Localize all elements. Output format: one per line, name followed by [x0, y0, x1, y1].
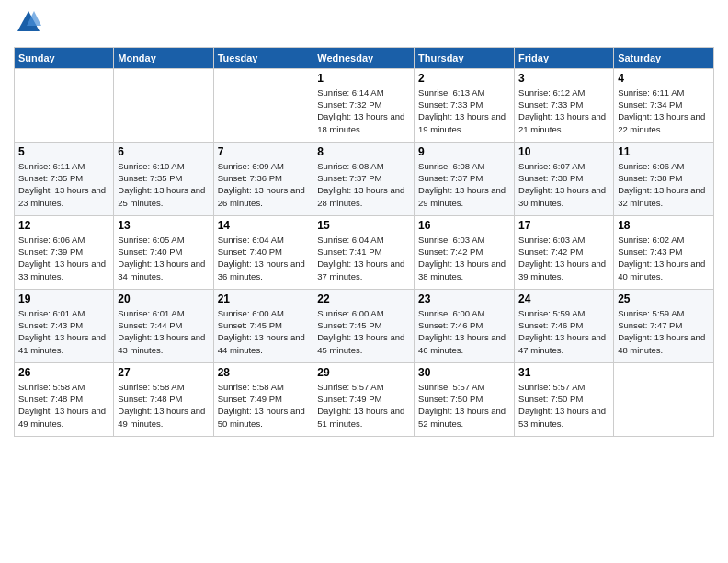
day-number: 27 — [118, 366, 209, 379]
day-info: Sunrise: 5:57 AM Sunset: 7:50 PM Dayligh… — [518, 381, 609, 430]
calendar-cell: 11Sunrise: 6:06 AM Sunset: 7:38 PM Dayli… — [614, 142, 714, 215]
calendar-cell — [213, 68, 313, 142]
day-number: 6 — [118, 145, 209, 158]
calendar-cell: 1Sunrise: 6:14 AM Sunset: 7:32 PM Daylig… — [313, 68, 415, 142]
weekday-header-sunday: Sunday — [15, 47, 114, 68]
calendar-cell: 25Sunrise: 5:59 AM Sunset: 7:47 PM Dayli… — [614, 289, 714, 362]
day-number: 29 — [317, 366, 410, 379]
day-number: 17 — [518, 219, 609, 232]
day-number: 30 — [418, 366, 510, 379]
day-info: Sunrise: 6:01 AM Sunset: 7:44 PM Dayligh… — [118, 307, 209, 356]
calendar-cell: 23Sunrise: 6:00 AM Sunset: 7:46 PM Dayli… — [415, 289, 515, 362]
day-number: 5 — [18, 145, 109, 158]
day-number: 15 — [317, 219, 410, 232]
day-number: 28 — [218, 366, 310, 379]
day-info: Sunrise: 6:03 AM Sunset: 7:42 PM Dayligh… — [418, 234, 510, 282]
day-number: 31 — [518, 366, 609, 379]
calendar-cell: 24Sunrise: 5:59 AM Sunset: 7:46 PM Dayli… — [515, 289, 614, 362]
calendar-cell — [15, 68, 114, 142]
day-number: 16 — [418, 219, 510, 232]
calendar-cell: 8Sunrise: 6:08 AM Sunset: 7:37 PM Daylig… — [313, 142, 415, 215]
day-info: Sunrise: 6:14 AM Sunset: 7:32 PM Dayligh… — [317, 86, 410, 135]
day-info: Sunrise: 5:59 AM Sunset: 7:47 PM Dayligh… — [618, 307, 710, 356]
calendar-cell: 20Sunrise: 6:01 AM Sunset: 7:44 PM Dayli… — [114, 289, 213, 362]
day-number: 12 — [18, 219, 109, 232]
day-number: 8 — [317, 145, 410, 158]
day-number: 19 — [18, 293, 109, 305]
calendar-cell: 6Sunrise: 6:10 AM Sunset: 7:35 PM Daylig… — [114, 142, 213, 215]
day-number: 20 — [118, 293, 209, 305]
day-number: 10 — [518, 145, 609, 158]
calendar-cell: 4Sunrise: 6:11 AM Sunset: 7:34 PM Daylig… — [614, 68, 714, 142]
calendar-cell: 12Sunrise: 6:06 AM Sunset: 7:39 PM Dayli… — [15, 215, 114, 289]
day-number: 18 — [618, 219, 710, 232]
day-info: Sunrise: 6:06 AM Sunset: 7:38 PM Dayligh… — [618, 160, 710, 209]
day-info: Sunrise: 6:07 AM Sunset: 7:38 PM Dayligh… — [518, 160, 609, 209]
day-info: Sunrise: 5:58 AM Sunset: 7:48 PM Dayligh… — [118, 381, 209, 430]
calendar-cell: 10Sunrise: 6:07 AM Sunset: 7:38 PM Dayli… — [515, 142, 614, 215]
day-number: 3 — [518, 72, 609, 85]
day-number: 22 — [317, 293, 410, 305]
calendar-cell: 2Sunrise: 6:13 AM Sunset: 7:33 PM Daylig… — [415, 68, 515, 142]
calendar-cell — [114, 68, 213, 142]
day-info: Sunrise: 6:00 AM Sunset: 7:46 PM Dayligh… — [418, 307, 510, 356]
calendar-cell: 18Sunrise: 6:02 AM Sunset: 7:43 PM Dayli… — [614, 215, 714, 289]
day-info: Sunrise: 5:58 AM Sunset: 7:49 PM Dayligh… — [218, 381, 310, 430]
day-info: Sunrise: 6:00 AM Sunset: 7:45 PM Dayligh… — [317, 307, 410, 356]
weekday-header-tuesday: Tuesday — [213, 47, 313, 68]
day-info: Sunrise: 5:58 AM Sunset: 7:48 PM Dayligh… — [18, 381, 109, 430]
day-info: Sunrise: 6:02 AM Sunset: 7:43 PM Dayligh… — [618, 234, 710, 282]
day-info: Sunrise: 6:11 AM Sunset: 7:34 PM Dayligh… — [618, 86, 710, 135]
weekday-header-saturday: Saturday — [614, 47, 714, 68]
day-info: Sunrise: 6:01 AM Sunset: 7:43 PM Dayligh… — [18, 307, 109, 356]
day-number: 26 — [18, 366, 109, 379]
day-number: 9 — [418, 145, 510, 158]
calendar-cell: 9Sunrise: 6:08 AM Sunset: 7:37 PM Daylig… — [415, 142, 515, 215]
day-info: Sunrise: 5:59 AM Sunset: 7:46 PM Dayligh… — [518, 307, 609, 356]
weekday-header-thursday: Thursday — [415, 47, 515, 68]
calendar-cell: 15Sunrise: 6:04 AM Sunset: 7:41 PM Dayli… — [313, 215, 415, 289]
day-info: Sunrise: 6:05 AM Sunset: 7:40 PM Dayligh… — [118, 234, 209, 282]
day-info: Sunrise: 6:04 AM Sunset: 7:40 PM Dayligh… — [218, 234, 310, 282]
day-info: Sunrise: 6:09 AM Sunset: 7:36 PM Dayligh… — [218, 160, 310, 209]
page-header — [14, 9, 714, 40]
day-info: Sunrise: 6:13 AM Sunset: 7:33 PM Dayligh… — [418, 86, 510, 135]
calendar-cell: 13Sunrise: 6:05 AM Sunset: 7:40 PM Dayli… — [114, 215, 213, 289]
day-number: 14 — [218, 219, 310, 232]
calendar-cell: 17Sunrise: 6:03 AM Sunset: 7:42 PM Dayli… — [515, 215, 614, 289]
calendar-cell: 16Sunrise: 6:03 AM Sunset: 7:42 PM Dayli… — [415, 215, 515, 289]
calendar-cell: 5Sunrise: 6:11 AM Sunset: 7:35 PM Daylig… — [15, 142, 114, 215]
calendar-cell: 14Sunrise: 6:04 AM Sunset: 7:40 PM Dayli… — [213, 215, 313, 289]
day-number: 7 — [218, 145, 310, 158]
calendar-cell — [614, 362, 714, 436]
calendar-cell: 31Sunrise: 5:57 AM Sunset: 7:50 PM Dayli… — [515, 362, 614, 436]
weekday-header-wednesday: Wednesday — [313, 47, 415, 68]
calendar-cell: 3Sunrise: 6:12 AM Sunset: 7:33 PM Daylig… — [515, 68, 614, 142]
day-number: 4 — [618, 72, 710, 85]
weekday-header-monday: Monday — [114, 47, 213, 68]
day-number: 13 — [118, 219, 209, 232]
day-number: 23 — [418, 293, 510, 305]
day-number: 1 — [317, 72, 410, 85]
day-number: 2 — [418, 72, 510, 85]
day-number: 21 — [218, 293, 310, 305]
day-info: Sunrise: 6:11 AM Sunset: 7:35 PM Dayligh… — [18, 160, 109, 209]
calendar-cell: 21Sunrise: 6:00 AM Sunset: 7:45 PM Dayli… — [213, 289, 313, 362]
day-info: Sunrise: 6:10 AM Sunset: 7:35 PM Dayligh… — [118, 160, 209, 209]
day-info: Sunrise: 6:08 AM Sunset: 7:37 PM Dayligh… — [317, 160, 410, 209]
calendar-cell: 26Sunrise: 5:58 AM Sunset: 7:48 PM Dayli… — [15, 362, 114, 436]
logo-icon — [16, 9, 41, 35]
day-info: Sunrise: 6:00 AM Sunset: 7:45 PM Dayligh… — [218, 307, 310, 356]
weekday-header-friday: Friday — [515, 47, 614, 68]
day-info: Sunrise: 6:06 AM Sunset: 7:39 PM Dayligh… — [18, 234, 109, 282]
day-info: Sunrise: 5:57 AM Sunset: 7:50 PM Dayligh… — [418, 381, 510, 430]
day-info: Sunrise: 6:03 AM Sunset: 7:42 PM Dayligh… — [518, 234, 609, 282]
calendar-cell: 28Sunrise: 5:58 AM Sunset: 7:49 PM Dayli… — [213, 362, 313, 436]
calendar-cell: 27Sunrise: 5:58 AM Sunset: 7:48 PM Dayli… — [114, 362, 213, 436]
day-info: Sunrise: 6:12 AM Sunset: 7:33 PM Dayligh… — [518, 86, 609, 135]
calendar-cell: 19Sunrise: 6:01 AM Sunset: 7:43 PM Dayli… — [15, 289, 114, 362]
day-info: Sunrise: 5:57 AM Sunset: 7:49 PM Dayligh… — [317, 381, 410, 430]
calendar-table: SundayMondayTuesdayWednesdayThursdayFrid… — [14, 47, 714, 437]
day-info: Sunrise: 6:08 AM Sunset: 7:37 PM Dayligh… — [418, 160, 510, 209]
logo — [14, 9, 41, 40]
